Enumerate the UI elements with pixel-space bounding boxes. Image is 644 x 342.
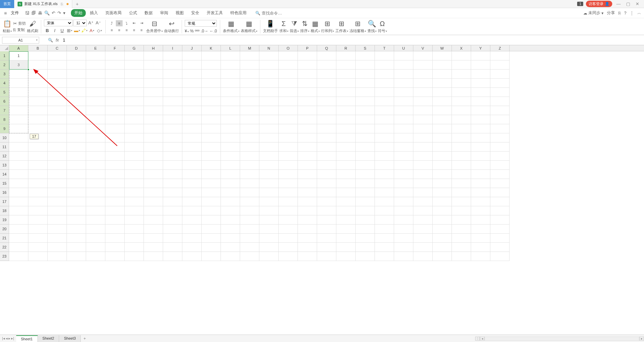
cell-T17[interactable] <box>375 197 394 206</box>
cell-B23[interactable] <box>28 252 48 261</box>
row-header-8[interactable]: 8 <box>0 115 9 124</box>
cell-L9[interactable] <box>221 124 240 133</box>
cell-X5[interactable] <box>452 88 471 97</box>
cell-R12[interactable] <box>336 152 356 161</box>
cell-T23[interactable] <box>375 252 394 261</box>
row-header-20[interactable]: 20 <box>0 225 9 234</box>
find-button[interactable]: 🔍查找▾ <box>367 20 377 33</box>
cell-T14[interactable] <box>375 170 394 179</box>
cell-L6[interactable] <box>221 97 240 106</box>
cell-Q12[interactable] <box>317 152 336 161</box>
cell-E18[interactable] <box>86 206 105 215</box>
cell-P18[interactable] <box>298 206 317 215</box>
cell-Q5[interactable] <box>317 88 336 97</box>
cell-U10[interactable] <box>394 133 413 142</box>
hamburger-icon[interactable]: ≡ <box>3 10 8 16</box>
help-icon[interactable]: ? <box>624 11 626 16</box>
cell-Z7[interactable] <box>490 106 510 115</box>
cell-F16[interactable] <box>105 188 125 197</box>
border-button[interactable]: ⊞▾ <box>66 28 73 34</box>
cell-H21[interactable] <box>144 234 163 243</box>
cell-V14[interactable] <box>413 170 433 179</box>
cell-N7[interactable] <box>259 106 279 115</box>
cell-U21[interactable] <box>394 234 413 243</box>
column-header-F[interactable]: F <box>105 45 125 51</box>
cell-N18[interactable] <box>259 206 279 215</box>
cell-W2[interactable] <box>433 60 452 70</box>
cell-V18[interactable] <box>413 206 433 215</box>
cell-T19[interactable] <box>375 215 394 225</box>
cell-X7[interactable] <box>452 106 471 115</box>
clear-format-button[interactable]: ◇▾ <box>96 28 103 34</box>
cell-O16[interactable] <box>279 188 298 197</box>
justify-button[interactable]: ≡ <box>131 27 137 33</box>
cell-S7[interactable] <box>356 106 375 115</box>
cell-P8[interactable] <box>298 115 317 124</box>
cell-D5[interactable] <box>67 88 86 97</box>
cell-C21[interactable] <box>48 234 67 243</box>
cell-D13[interactable] <box>67 161 86 170</box>
cell-T4[interactable] <box>375 79 394 88</box>
cell-O12[interactable] <box>279 152 298 161</box>
cell-S22[interactable] <box>356 243 375 252</box>
cell-B1[interactable] <box>28 51 48 60</box>
cell-P3[interactable] <box>298 70 317 79</box>
cell-M18[interactable] <box>240 206 259 215</box>
cell-Z12[interactable] <box>490 152 510 161</box>
cell-Z10[interactable] <box>490 133 510 142</box>
cell-Q13[interactable] <box>317 161 336 170</box>
cell-C23[interactable] <box>48 252 67 261</box>
cell-H20[interactable] <box>144 225 163 234</box>
cell-W15[interactable] <box>433 179 452 188</box>
cell-Q1[interactable] <box>317 51 336 60</box>
align-bottom-button[interactable]: ⤵ <box>123 20 130 26</box>
cell-G12[interactable] <box>125 152 144 161</box>
cell-U14[interactable] <box>394 170 413 179</box>
cell-V21[interactable] <box>413 234 433 243</box>
cell-H22[interactable] <box>144 243 163 252</box>
cell-T8[interactable] <box>375 115 394 124</box>
cell-R15[interactable] <box>336 179 356 188</box>
cell-B16[interactable] <box>28 188 48 197</box>
cell-K13[interactable] <box>202 161 221 170</box>
ribbon-tab-3[interactable]: 公式 <box>126 9 140 17</box>
cell-E2[interactable] <box>86 60 105 70</box>
cell-W20[interactable] <box>433 225 452 234</box>
cell-Q14[interactable] <box>317 170 336 179</box>
cell-H23[interactable] <box>144 252 163 261</box>
row-col-button[interactable]: ⊞行和列▾ <box>321 20 334 33</box>
cell-W8[interactable] <box>433 115 452 124</box>
cell-E17[interactable] <box>86 197 105 206</box>
worksheet-button[interactable]: ⊞工作表▾ <box>335 20 348 33</box>
cell-V5[interactable] <box>413 88 433 97</box>
cell-Q4[interactable] <box>317 79 336 88</box>
cell-N11[interactable] <box>259 142 279 152</box>
cell-A21[interactable] <box>9 234 28 243</box>
symbol-button[interactable]: Ω符号▾ <box>378 20 387 33</box>
column-header-Y[interactable]: Y <box>471 45 490 51</box>
cell-E4[interactable] <box>86 79 105 88</box>
cell-F9[interactable] <box>105 124 125 133</box>
more-icon[interactable]: ⋮ <box>630 11 634 16</box>
cell-A11[interactable] <box>9 142 28 152</box>
save-icon[interactable]: 🖫 <box>25 10 29 16</box>
cell-K20[interactable] <box>202 225 221 234</box>
cell-L19[interactable] <box>221 215 240 225</box>
cell-P20[interactable] <box>298 225 317 234</box>
cell-B14[interactable] <box>28 170 48 179</box>
cell-J21[interactable] <box>182 234 202 243</box>
cell-A13[interactable] <box>9 161 28 170</box>
cell-T9[interactable] <box>375 124 394 133</box>
cell-X11[interactable] <box>452 142 471 152</box>
cell-A5[interactable] <box>9 88 28 97</box>
cell-P16[interactable] <box>298 188 317 197</box>
cell-R13[interactable] <box>336 161 356 170</box>
cell-J14[interactable] <box>182 170 202 179</box>
cell-G8[interactable] <box>125 115 144 124</box>
cell-U22[interactable] <box>394 243 413 252</box>
cell-W4[interactable] <box>433 79 452 88</box>
cell-S13[interactable] <box>356 161 375 170</box>
cell-I5[interactable] <box>163 88 182 97</box>
cell-D17[interactable] <box>67 197 86 206</box>
cell-I22[interactable] <box>163 243 182 252</box>
